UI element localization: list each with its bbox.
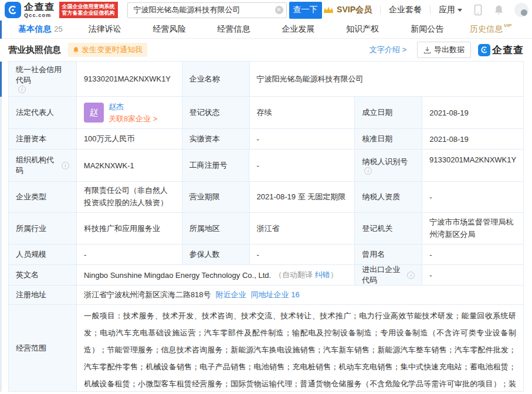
search-input[interactable] (127, 2, 287, 18)
credit-code-value: 91330201MA2KNXWK1Y (77, 62, 182, 97)
qcc-logo[interactable]: 企查查 Qcc.com (5, 2, 55, 18)
enterprise-package-menu-item[interactable]: 企业套餐 (389, 5, 422, 15)
export-data-button[interactable]: 导出数据 (417, 42, 471, 58)
brand-domain: Qcc.com (24, 13, 55, 18)
auto-translate-note: （自动翻译 纠错） (275, 270, 338, 280)
english-name-value: Ningbo Sunshine Mingdao Energy Technolog… (77, 265, 355, 286)
info-icon[interactable]: i (62, 162, 69, 169)
qcc-watermark: 企查查 (478, 43, 524, 57)
insured-count-label: 参保人数 (182, 244, 250, 265)
former-name-label: 曾用名 (355, 244, 422, 265)
establish-date-value: 2021-08-19 (422, 97, 524, 129)
business-license-table: 统一社会信用代码 i 91330201MA2KNXWK1Y 企业名称 宁波阳光铭… (8, 61, 524, 392)
crown-icon (323, 6, 334, 14)
menu-divider (380, 6, 381, 14)
table-row: 经营范围 一般项目：技术服务、技术开发、技术咨询、技术交流、技术转让、技术推广；… (9, 305, 524, 392)
paid-capital-label: 实缴资本 (182, 129, 250, 150)
former-name-value: - (422, 244, 524, 265)
legal-rep-avatar[interactable]: 赵 (84, 103, 104, 123)
tab-intellectual-property[interactable]: 知识产权 (330, 20, 395, 38)
tab-operation-info[interactable]: 经营信息 (202, 20, 266, 38)
mobile-app-icon[interactable] (474, 4, 482, 16)
tab-company-development[interactable]: 企业发展 (266, 20, 331, 38)
correction-link[interactable]: 纠错 (315, 270, 330, 279)
tab-count: 25 (54, 25, 62, 33)
tab-label: 经营信息 (218, 24, 250, 35)
tab-legal-litigation[interactable]: 法律诉讼 (73, 20, 137, 38)
info-icon[interactable]: i (364, 167, 372, 175)
download-icon (423, 46, 431, 54)
address-value: 浙江省宁波杭州湾新区滨海二路818号 附近企业 同地址企业 16 (77, 286, 524, 305)
table-row: 统一社会信用代码 i 91330201MA2KNXWK1Y 企业名称 宁波阳光铭… (9, 62, 524, 97)
bell-icon (73, 46, 79, 54)
info-icon[interactable]: i (407, 271, 415, 279)
legal-rep-name-link[interactable]: 赵杰 (109, 101, 157, 112)
business-scope-label: 经营范围 (9, 305, 77, 392)
notify-on-change-badge[interactable]: 发生变更时通知我 (68, 43, 147, 57)
top-header: 企查查 Qcc.com 全国企业信用查询系统 官方备案企业征信机构 ✕ 查一下 … (0, 0, 532, 20)
approve-date-value: 2021-08-19 (422, 129, 524, 150)
header-right-menu: SVIP会员 企业套餐 应用 (323, 3, 528, 17)
nearby-companies-link[interactable]: 附近企业 (216, 290, 246, 300)
brand-name: 企查查 (24, 2, 55, 12)
table-row: 人员规模 - 参保人数 - 曾用名 - (9, 244, 524, 265)
tab-history-info[interactable]: 历史信息 VIP (459, 20, 524, 38)
org-code-label: 组织机构代码 i (9, 150, 77, 182)
reg-status-label: 登记状态 (182, 97, 250, 129)
table-row: 企业类型 有限责任公司（非自然人投资或控股的法人独资） 营业期限 2021-08… (9, 182, 524, 213)
taxpayer-quality-label: 纳税人资质 (355, 182, 422, 213)
search-bar: ✕ 查一下 (127, 2, 322, 19)
legal-rep-value: 赵 赵杰 关联8家企业 > (77, 97, 182, 129)
reg-status-value: 存续 (250, 97, 355, 129)
notification-bell-icon[interactable] (494, 5, 504, 16)
license-section-header: 营业执照信息 发生变更时通知我 文字介绍 > 导出数据 企查查 (0, 39, 532, 61)
user-avatar[interactable] (514, 3, 528, 17)
table-row: 英文名 Ningbo Sunshine Mingdao Energy Techn… (9, 265, 524, 286)
establish-date-label: 成立日期 (355, 97, 422, 129)
badge-line1: 全国企业信用查询系统 (62, 4, 115, 10)
table-row: 注册地址 浙江省宁波杭州湾新区滨海二路818号 附近企业 同地址企业 16 (9, 286, 524, 305)
related-companies-link[interactable]: 关联8家企业 > (109, 114, 157, 124)
taxpayer-quality-value: - (422, 182, 524, 213)
table-row: 组织机构代码 i MA2KNXWK-1 工商注册号 - 纳税人识别号 i 913… (9, 150, 524, 182)
company-type-value: 有限责任公司（非自然人投资或控股的法人独资） (77, 182, 182, 213)
apps-label: 应用 (439, 5, 455, 14)
svip-label: SVIP会员 (337, 5, 372, 15)
same-address-companies-link[interactable]: 同地址企业 16 (251, 290, 300, 300)
tab-basic-info[interactable]: 基本信息 25 (8, 20, 73, 38)
taxpayer-id-label: 纳税人识别号 i (355, 150, 422, 182)
company-nav-tabs: 基本信息 25 法律诉讼 经营风险 经营信息 企业发展 知识产权 新闻公告 历史… (0, 20, 532, 39)
credit-code-label: 统一社会信用代码 i (9, 62, 77, 97)
approve-date-label: 核准日期 (355, 129, 422, 150)
text-intro-link[interactable]: 文字介绍 > (370, 45, 406, 55)
legal-rep-label: 法定代表人 (9, 97, 77, 129)
tab-news[interactable]: 新闻公告 (395, 20, 459, 38)
credit-system-badge: 全国企业信用查询系统 官方备案企业征信机构 (59, 2, 118, 18)
org-code-value: MA2KNXWK-1 (77, 150, 182, 182)
tab-label: 企业发展 (282, 24, 314, 35)
table-row: 所属行业 科技推广和应用服务业 所属地区 浙江省 登记机关 宁波市市场监督管理局… (9, 213, 524, 244)
tab-label: 经营风险 (153, 24, 186, 35)
address-label: 注册地址 (9, 286, 77, 305)
company-type-label: 企业类型 (9, 182, 77, 213)
export-label: 导出数据 (434, 45, 465, 55)
clear-search-icon[interactable]: ✕ (275, 6, 283, 14)
qcc-watermark-icon (478, 44, 490, 56)
badge-line2: 官方备案企业征信机构 (62, 10, 115, 16)
import-export-code-label: 进出口企业代码 i (355, 265, 422, 286)
left-edge-strip-bottom (0, 97, 2, 392)
apps-menu-item[interactable]: 应用 (439, 5, 462, 15)
table-row: 注册资本 100万元人民币 实缴资本 - 核准日期 2021-08-19 (9, 129, 524, 150)
info-icon[interactable]: i (18, 86, 26, 93)
search-button[interactable]: 查一下 (289, 2, 322, 19)
tab-label: 历史信息 (470, 24, 503, 35)
qcc-watermark-text: 企查查 (492, 43, 524, 57)
authority-value: 宁波市市场监督管理局杭州湾新区分局 (422, 213, 524, 244)
svip-menu-item[interactable]: SVIP会员 (323, 5, 372, 15)
staff-size-value: - (77, 244, 182, 265)
qcc-logo-icon (5, 2, 21, 18)
industry-value: 科技推广和应用服务业 (77, 213, 182, 244)
tab-operation-risk[interactable]: 经营风险 (137, 20, 202, 38)
notify-label: 发生变更时通知我 (82, 45, 143, 55)
tab-label: 法律诉讼 (89, 24, 121, 35)
